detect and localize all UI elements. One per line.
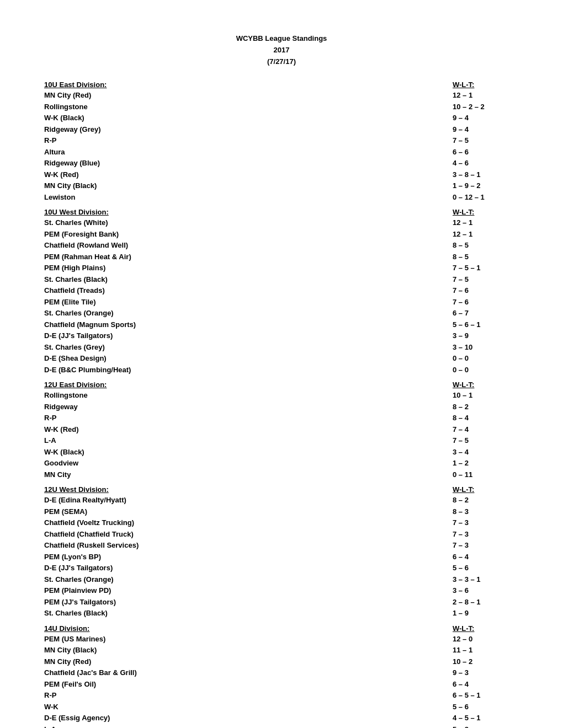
team-row: PEM (Feil's Oil)6 – 4 xyxy=(44,679,519,690)
team-name: D-E (Shea Design) xyxy=(44,353,107,364)
team-record: 1 – 9 xyxy=(453,608,519,619)
division-title-14u: 14U Division: xyxy=(44,624,89,633)
team-name: Rollingstone xyxy=(44,101,88,113)
team-row: Chatfield (Chatfield Truck)7 – 3 xyxy=(44,529,519,540)
team-name: R-P xyxy=(44,413,56,424)
team-record: 6 – 4 xyxy=(453,552,519,563)
team-row: Chatfield (Magnum Sports)5 – 6 – 1 xyxy=(44,319,519,330)
team-name: PEM (JJ's Tailgators) xyxy=(44,597,116,608)
wlt-header-14u: W-L-T: xyxy=(453,624,519,633)
division-title-12u-east: 12U East Division: xyxy=(44,381,107,389)
team-name: Altura xyxy=(44,147,65,158)
team-record: 0 – 12 – 1 xyxy=(453,192,519,203)
team-row: R-P7 – 5 xyxy=(44,135,519,146)
team-row: Ridgeway8 – 2 xyxy=(44,402,519,413)
division-title-12u-west: 12U West Division: xyxy=(44,485,109,494)
division-header-12u-west: 12U West Division:W-L-T: xyxy=(44,485,519,494)
division-title-10u-east: 10U East Division: xyxy=(44,81,107,89)
team-row: PEM (Rahman Heat & Air)8 – 5 xyxy=(44,251,519,263)
team-row: Ridgeway (Blue)4 – 6 xyxy=(44,158,519,169)
team-record: 10 – 2 – 2 xyxy=(453,101,519,113)
team-name: Chatfield (Jac's Bar & Grill) xyxy=(44,667,137,678)
team-record: 1 – 9 – 2 xyxy=(453,180,519,191)
team-record: 5 – 8 xyxy=(453,724,519,728)
team-name: St. Charles (Orange) xyxy=(44,308,114,319)
team-name: PEM (Feil's Oil) xyxy=(44,679,96,690)
team-record: 3 – 6 xyxy=(453,585,519,596)
team-row: St. Charles (Black)1 – 9 xyxy=(44,608,519,619)
team-name: PEM (US Marines) xyxy=(44,634,105,645)
team-row: MN City (Red)12 – 1 xyxy=(44,90,519,101)
team-record: 7 – 4 xyxy=(453,424,519,435)
team-row: R-P8 – 4 xyxy=(44,413,519,424)
team-name: Rollingstone xyxy=(44,390,88,401)
division-header-10u-east: 10U East Division:W-L-T: xyxy=(44,81,519,89)
team-row: Chatfield (Rowland Well)8 – 5 xyxy=(44,240,519,251)
team-record: 6 – 5 – 1 xyxy=(453,690,519,701)
team-row: PEM (JJ's Tailgators)2 – 8 – 1 xyxy=(44,597,519,608)
team-row: St. Charles (Orange)3 – 3 – 1 xyxy=(44,574,519,585)
team-name: St. Charles (White) xyxy=(44,217,108,228)
team-row: Rollingstone10 – 2 – 2 xyxy=(44,101,519,113)
team-name: PEM (SEMA) xyxy=(44,506,87,517)
team-name: L-A xyxy=(44,724,56,728)
team-record: 8 – 5 xyxy=(453,251,519,263)
team-row: MN City (Black)11 – 1 xyxy=(44,645,519,656)
header-line1: WCYBB League Standings xyxy=(44,33,519,45)
team-name: PEM (Plainview PD) xyxy=(44,585,111,596)
team-record: 5 – 6 xyxy=(453,702,519,713)
team-record: 8 – 4 xyxy=(453,413,519,424)
team-record: 7 – 3 xyxy=(453,517,519,528)
wlt-header-10u-west: W-L-T: xyxy=(453,208,519,216)
team-row: W-K (Black)3 – 4 xyxy=(44,447,519,458)
team-name: W-K (Black) xyxy=(44,113,84,124)
team-name: Chatfield (Voeltz Trucking) xyxy=(44,517,134,528)
team-name: Ridgeway (Grey) xyxy=(44,124,101,135)
division-header-14u: 14U Division:W-L-T: xyxy=(44,624,519,633)
team-name: MN City (Red) xyxy=(44,656,91,667)
team-record: 1 – 2 xyxy=(453,458,519,469)
team-row: St. Charles (Orange)6 – 7 xyxy=(44,308,519,319)
team-name: W-K (Black) xyxy=(44,447,84,458)
team-record: 7 – 5 xyxy=(453,274,519,285)
team-name: PEM (Lyon's BP) xyxy=(44,552,101,563)
team-record: 3 – 8 – 1 xyxy=(453,169,519,180)
team-name: Goodview xyxy=(44,458,78,469)
team-record: 12 – 1 xyxy=(453,217,519,228)
team-row: Lewiston0 – 12 – 1 xyxy=(44,192,519,203)
team-name: St. Charles (Grey) xyxy=(44,342,105,353)
team-record: 4 – 5 – 1 xyxy=(453,713,519,724)
team-record: 6 – 6 xyxy=(453,147,519,158)
team-row: PEM (Elite Tile)7 – 6 xyxy=(44,297,519,308)
page-header: WCYBB League Standings 2017 (7/27/17) xyxy=(44,33,519,67)
team-record: 0 – 0 xyxy=(453,353,519,364)
team-record: 3 – 3 – 1 xyxy=(453,574,519,585)
team-record: 12 – 1 xyxy=(453,229,519,240)
team-row: W-K (Red)7 – 4 xyxy=(44,424,519,435)
team-row: D-E (B&C Plumbing/Heat)0 – 0 xyxy=(44,365,519,376)
team-record: 10 – 1 xyxy=(453,390,519,401)
team-record: 7 – 6 xyxy=(453,297,519,308)
team-row: PEM (Lyon's BP)6 – 4 xyxy=(44,552,519,563)
team-name: W-K xyxy=(44,702,59,713)
team-record: 7 – 5 – 1 xyxy=(453,263,519,274)
team-record: 10 – 2 xyxy=(453,656,519,667)
division-title-10u-west: 10U West Division: xyxy=(44,208,109,216)
wlt-header-10u-east: W-L-T: xyxy=(453,81,519,89)
team-name: D-E (JJ's Tailgators) xyxy=(44,330,113,341)
team-name: St. Charles (Orange) xyxy=(44,574,114,585)
team-record: 7 – 5 xyxy=(453,435,519,446)
team-name: Ridgeway (Blue) xyxy=(44,158,100,169)
team-row: St. Charles (Grey)3 – 10 xyxy=(44,342,519,353)
team-name: W-K (Red) xyxy=(44,169,79,180)
team-name: MN City (Red) xyxy=(44,90,91,101)
team-record: 5 – 6 – 1 xyxy=(453,319,519,330)
team-row: PEM (SEMA)8 – 3 xyxy=(44,506,519,517)
team-row: L-A7 – 5 xyxy=(44,435,519,446)
team-row: W-K (Black)9 – 4 xyxy=(44,113,519,124)
team-name: Chatfield (Rowland Well) xyxy=(44,240,128,251)
team-record: 3 – 9 xyxy=(453,330,519,341)
team-name: Ridgeway xyxy=(44,402,78,413)
team-record: 7 – 5 xyxy=(453,135,519,146)
team-record: 7 – 3 xyxy=(453,529,519,540)
